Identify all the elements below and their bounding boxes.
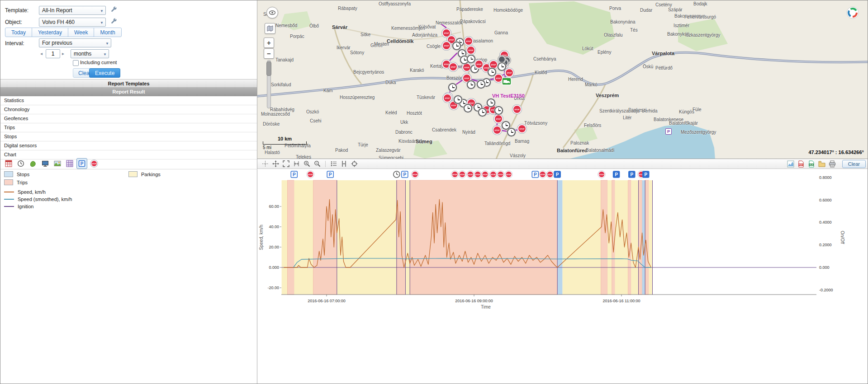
crosshair-settings-icon[interactable] (350, 160, 358, 168)
template-select[interactable]: All-In Report▼ (39, 6, 106, 15)
interval-count-input[interactable]: 1 (46, 49, 60, 58)
print-icon[interactable] (828, 160, 836, 168)
interval-increment[interactable]: ▸ (62, 51, 64, 56)
stop-chart-marker[interactable]: STOP (451, 171, 458, 178)
split-columns-icon[interactable] (340, 160, 348, 168)
including-current-checkbox[interactable] (73, 60, 79, 66)
parking-chart-marker[interactable]: P (402, 171, 408, 178)
result-item-geofences[interactable]: Geofences (0, 114, 257, 123)
week-button[interactable]: Week (68, 28, 94, 37)
map-canvas[interactable]: SöpteNemesbődPorpácVépÓlbőSárvárRábapaty… (257, 0, 868, 159)
stop-chart-marker[interactable]: STOP (307, 171, 314, 178)
legend-toggle-icon[interactable] (329, 160, 337, 168)
grid-toggle-icon[interactable] (64, 158, 75, 169)
stop-chart-marker[interactable]: STOP (474, 171, 481, 178)
pause-marker[interactable] (467, 55, 475, 63)
zoom-slider[interactable] (267, 60, 271, 108)
chart-clear-button[interactable]: Clear (842, 160, 866, 168)
duration-clock-toggle-icon[interactable] (15, 158, 26, 169)
interval-select[interactable]: For previous▼ (39, 38, 111, 47)
pause-chart-marker[interactable] (394, 171, 400, 178)
move-icon[interactable] (271, 160, 280, 168)
unit-truck-icon[interactable] (502, 77, 512, 87)
stop-marker[interactable]: STOP (443, 94, 452, 103)
parking-chart-marker[interactable]: P (291, 171, 297, 178)
template-settings-wrench-icon[interactable] (110, 6, 118, 13)
stops-toggle-icon[interactable]: STOP (89, 158, 100, 169)
pause-marker[interactable] (448, 83, 457, 92)
yesterday-button[interactable]: Yesterday (32, 28, 68, 37)
execute-button[interactable]: Execute (89, 68, 120, 78)
fit-extent-icon[interactable] (282, 160, 290, 168)
stop-marker[interactable]: STOP (512, 105, 522, 114)
table-toggle-icon[interactable] (3, 158, 14, 169)
photo-toggle-icon[interactable] (52, 158, 63, 169)
zoom-out-button[interactable]: − (264, 48, 274, 59)
month-button[interactable]: Month (94, 28, 121, 37)
pdf-export-icon[interactable]: PDF (797, 160, 805, 168)
zoom-out-icon[interactable] (313, 160, 321, 168)
stop-marker[interactable]: STOP (442, 41, 451, 50)
parking-active-chart-marker[interactable]: P (613, 171, 620, 178)
select-interval-icon[interactable] (292, 160, 300, 168)
stop-chart-marker[interactable]: STOP (598, 171, 605, 178)
result-item-trips[interactable]: Trips (0, 123, 257, 132)
pause-marker[interactable] (494, 106, 503, 115)
visibility-button[interactable] (266, 7, 278, 19)
pause-marker[interactable] (507, 128, 516, 136)
stop-marker[interactable]: STOP (517, 124, 526, 133)
stop-chart-marker[interactable]: STOP (459, 171, 466, 178)
interval-decrement[interactable]: ◂ (40, 51, 43, 56)
geofence-toggle-icon[interactable] (28, 158, 38, 169)
stop-marker[interactable]: STOP (449, 62, 458, 71)
zoom-in-button[interactable]: + (264, 37, 274, 48)
result-item-digital-sensors[interactable]: Digital sensors (0, 141, 257, 150)
pause-marker[interactable] (452, 42, 461, 50)
parking-active-chart-marker[interactable]: P (554, 171, 560, 178)
parking-chart-marker[interactable]: P (327, 171, 333, 178)
object-settings-wrench-icon[interactable] (110, 18, 118, 25)
stop-chart-marker[interactable]: STOP (467, 171, 474, 178)
stop-marker[interactable]: STOP (464, 37, 473, 46)
stop-marker[interactable]: STOP (466, 46, 475, 55)
zoom-slider-thumb[interactable] (266, 61, 271, 76)
pause-marker[interactable] (488, 68, 496, 76)
minimap-button[interactable] (265, 23, 275, 34)
zoom-in-icon[interactable] (303, 160, 311, 168)
result-item-chronology[interactable]: Chronology (0, 105, 257, 114)
result-item-statistics[interactable]: Statistics (0, 96, 257, 105)
stop-marker[interactable]: STOP (505, 68, 514, 77)
compass-logo-icon[interactable] (846, 6, 859, 19)
pause-marker[interactable] (467, 80, 475, 89)
open-report-icon[interactable] (818, 160, 826, 168)
parking-active-chart-marker[interactable]: P (643, 171, 649, 178)
report-chart[interactable]: -20.000.00020.0040.0060.00-0.20000.0000.… (257, 169, 868, 318)
pan-icon[interactable] (261, 160, 269, 168)
stop-marker[interactable]: STOP (494, 114, 503, 123)
pause-marker[interactable] (487, 98, 495, 107)
pause-marker[interactable] (478, 108, 487, 117)
today-button[interactable]: Today (5, 28, 32, 37)
area-chart-icon[interactable] (787, 160, 795, 168)
stop-chart-marker[interactable]: STOP (497, 171, 504, 178)
pause-marker[interactable] (464, 104, 472, 112)
report-templates-header[interactable]: Report Templates (0, 79, 257, 88)
map-parking-marker[interactable]: P (665, 128, 672, 135)
stop-chart-marker[interactable]: STOP (489, 171, 497, 178)
interval-unit-select[interactable]: months▼ (71, 49, 109, 58)
screen-toggle-icon[interactable] (40, 158, 51, 169)
stop-chart-marker[interactable]: STOP (539, 171, 546, 178)
excel-export-icon[interactable]: XLS (807, 160, 816, 168)
parkings-toggle-icon[interactable]: P (76, 158, 87, 169)
parking-active-chart-marker[interactable]: P (629, 171, 635, 178)
pause-marker[interactable] (498, 62, 506, 71)
stop-chart-marker[interactable]: STOP (411, 171, 418, 178)
object-select[interactable]: Volvo FH 460▼ (39, 18, 106, 27)
result-item-stops[interactable]: Stops (0, 132, 257, 141)
unit-name-label[interactable]: VH TestE3150 (492, 93, 525, 98)
stop-chart-marker[interactable]: STOP (505, 171, 512, 178)
pause-marker[interactable] (454, 95, 462, 104)
stop-chart-marker[interactable]: STOP (546, 171, 554, 178)
stop-marker[interactable]: STOP (493, 126, 502, 135)
stop-chart-marker[interactable]: STOP (481, 171, 489, 178)
